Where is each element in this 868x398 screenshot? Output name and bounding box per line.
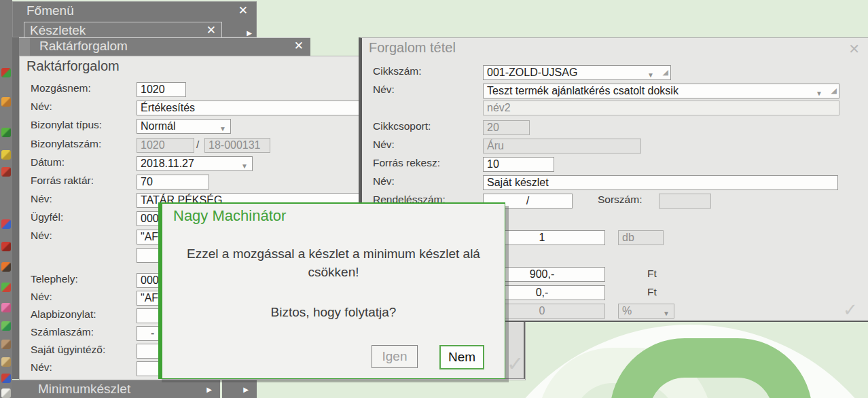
raktarforgalom-heading: Raktárforgalom: [26, 58, 120, 74]
close-icon[interactable]: ✕: [206, 23, 216, 37]
bin-name-input[interactable]: Saját készlet: [483, 175, 838, 190]
submenu-arrow-icon[interactable]: ▶: [206, 386, 212, 393]
invoice-number-label: Számlaszám:: [31, 326, 94, 338]
close-icon[interactable]: ✕: [238, 3, 248, 18]
close-icon[interactable]: ✕: [848, 41, 860, 57]
item-group-name-label: Név:: [373, 139, 395, 151]
date-select[interactable]: 2018.11.27 ▼: [137, 156, 253, 171]
submenu-arrow-icon[interactable]: ▶: [247, 29, 252, 37]
desktop-background: Főmenü ✕ ▶ Készletek ✕ Raktárforgalom ✕ …: [0, 0, 868, 398]
movement-name-label: Név:: [31, 101, 52, 113]
item-name2-input[interactable]: név2: [483, 101, 839, 115]
icon-toolbar: [0, 0, 12, 398]
chevron-down-icon[interactable]: ▼: [219, 122, 226, 134]
submenu-arrow-icon[interactable]: ▶: [243, 386, 249, 393]
source-warehouse-input[interactable]: 70: [137, 175, 209, 189]
chevron-down-icon[interactable]: ▼: [647, 69, 654, 80]
chevron-down-icon[interactable]: ▼: [241, 160, 248, 171]
item-group-name-input: Áru: [483, 139, 641, 153]
chevron-down-icon[interactable]: ▼: [816, 87, 822, 98]
item-name-value: Teszt termék ajánlatkérés csatolt doksik: [487, 85, 679, 96]
voucher-number-suffix: 18-000131: [204, 138, 270, 153]
item-number-combo[interactable]: 001-ZOLD-UJSAG ▼ ◢: [483, 65, 671, 80]
own-clerk-label: Saját ügyintéző:: [31, 344, 105, 356]
window-minimumkeszlet[interactable]: Minimumkészlet ▶: [12, 380, 220, 398]
voucher-number-prefix: 1020: [137, 138, 194, 153]
minimumkeszlet-title: Minimumkészlet: [38, 382, 130, 397]
boxes-icon[interactable]: [1, 357, 11, 367]
serial-input: [659, 194, 711, 209]
titlebar-corner-block: [19, 38, 30, 56]
voucher-type-value: Normál: [141, 120, 176, 132]
source-bin-label: Forrás rekesz:: [373, 157, 440, 169]
confirm-check-icon[interactable]: ✓: [843, 300, 858, 321]
movement-type-label: Mozgásnem:: [31, 82, 91, 94]
window-edge-strip: [12, 20, 19, 379]
roll-icon[interactable]: [1, 388, 11, 398]
customer-name-label: Név:: [31, 230, 52, 242]
currency-label: Ft: [647, 268, 657, 280]
blocks-icon[interactable]: [1, 219, 11, 229]
percent-value: %: [622, 305, 632, 316]
currency-label: Ft: [647, 286, 657, 298]
dialog-title: Nagy Machinátor: [173, 207, 286, 225]
source-warehouse-label: Forrás raktár:: [31, 175, 94, 187]
voucher-type-label: Bizonylat típus:: [31, 119, 102, 131]
base-voucher-label: Alapbizonylat:: [31, 308, 96, 321]
parcel-icon[interactable]: [1, 340, 11, 349]
site-name-label: Név:: [31, 291, 52, 303]
no-button[interactable]: Nem: [439, 345, 484, 369]
cart-icon[interactable]: [1, 97, 11, 107]
customer-label: Ügyfél:: [31, 211, 63, 223]
percent-select[interactable]: % ▼: [618, 304, 674, 319]
book-icon[interactable]: [1, 262, 11, 272]
confirmation-dialog: Nagy Machinátor Ezzel a mozgással a kész…: [158, 202, 505, 379]
corner-resize-icon[interactable]: ◢: [831, 84, 837, 97]
unit-box: db: [618, 230, 664, 245]
confirm-check-icon[interactable]: ✓: [507, 352, 524, 376]
basket-icon[interactable]: [1, 68, 11, 77]
date-label: Dátum:: [31, 156, 65, 168]
item-number-value: 001-ZOLD-UJSAG: [487, 67, 577, 78]
voucher-number-separator: /: [196, 139, 199, 151]
close-icon[interactable]: ✕: [294, 39, 304, 53]
raktarforgalom-titlebar[interactable]: Raktárforgalom ✕: [19, 37, 310, 56]
yes-button[interactable]: Igen: [372, 345, 418, 368]
dialog-message: Ezzel a mozgással a készlet a minimum ké…: [176, 245, 491, 281]
fomenu-title: Főmenü: [26, 3, 74, 18]
bag-icon[interactable]: [1, 303, 11, 312]
movement-type-input[interactable]: 1020: [137, 82, 186, 97]
item-name-label: Név:: [373, 84, 395, 96]
tag-icon[interactable]: [1, 167, 11, 177]
item-name-combo[interactable]: Teszt termék ajánlatkérés csatolt doksik…: [483, 84, 839, 98]
corner-resize-icon[interactable]: ◢: [663, 65, 668, 79]
source-bin-input[interactable]: 10: [483, 157, 554, 172]
leaves-icon[interactable]: [1, 128, 11, 137]
card-icon[interactable]: [1, 321, 11, 331]
item-number-label: Cikkszám:: [373, 65, 421, 77]
raktarforgalom-bar-title: Raktárforgalom: [39, 39, 128, 54]
item-group-input: 20: [483, 120, 530, 135]
warehouse-name-label: Név:: [31, 193, 52, 205]
collapsed-window-bar[interactable]: ▶: [222, 380, 257, 398]
voucher-number-label: Bizonylatszám:: [31, 138, 101, 150]
serial-label: Sorszám:: [598, 194, 642, 206]
red-box-icon[interactable]: [1, 242, 11, 251]
dialog-question: Biztos, hogy folytatja?: [176, 303, 491, 321]
chart-icon[interactable]: [1, 283, 11, 292]
coin-icon[interactable]: [1, 150, 11, 160]
date-value: 2018.11.27: [141, 158, 194, 169]
house-icon[interactable]: [1, 374, 11, 383]
keszletek-title: Készletek: [30, 23, 86, 38]
movement-name-input[interactable]: Értékesítés: [137, 101, 362, 115]
site-label: Telephely:: [31, 273, 78, 285]
item-group-label: Cikkcsoport:: [373, 120, 431, 132]
forgalom-tetel-title: Forgalom tétel: [369, 40, 456, 56]
voucher-type-select[interactable]: Normál ▼: [137, 119, 231, 134]
bin-name-label: Név:: [373, 175, 395, 187]
clerk-name-label: Név:: [31, 361, 52, 374]
chevron-down-icon[interactable]: ▼: [663, 307, 670, 319]
confirm-panel: ✓: [505, 321, 525, 379]
